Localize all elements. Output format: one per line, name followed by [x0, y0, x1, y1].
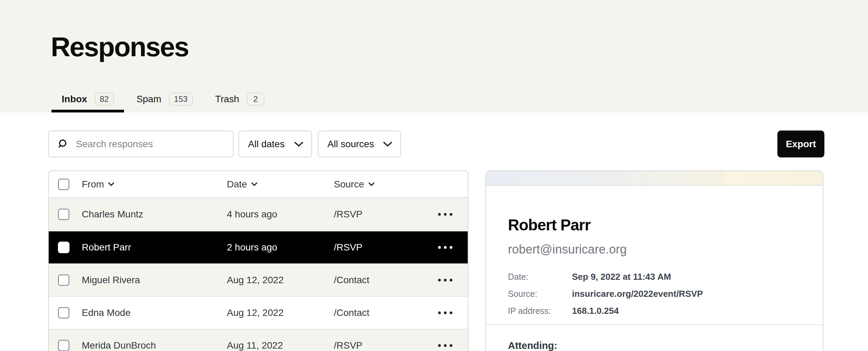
- date-filter-dropdown[interactable]: All dates: [238, 131, 312, 157]
- source-filter-value: All sources: [327, 139, 374, 150]
- response-meta: Date: Sep 9, 2022 at 11:43 AM Source: in…: [508, 272, 801, 315]
- tab-trash-count-badge: 2: [247, 93, 264, 106]
- row-checkbox[interactable]: [58, 340, 69, 351]
- row-source: /Contact: [334, 275, 435, 286]
- export-button[interactable]: Export: [777, 131, 824, 157]
- tab-spam-label: Spam: [136, 94, 161, 105]
- list-header: From Date Source: [49, 171, 468, 198]
- page-header: Responses Inbox 82 Spam 153 Trash 2: [0, 0, 868, 112]
- row-from: Charles Muntz: [82, 209, 227, 220]
- detail-header-gradient: [486, 171, 823, 186]
- detail-divider: [486, 324, 823, 325]
- tab-inbox-label: Inbox: [62, 94, 87, 105]
- row-checkbox[interactable]: [58, 307, 69, 319]
- table-row-edna-mode[interactable]: Edna Mode Aug 12, 2022 /Contact: [49, 296, 468, 329]
- attending-heading: Attending:: [508, 340, 801, 351]
- table-row-robert-parr[interactable]: Robert Parr 2 hours ago /RSVP: [49, 231, 468, 263]
- column-label-date: Date: [227, 179, 247, 190]
- meta-label-date: Date:: [508, 272, 572, 281]
- responses-list-panel: From Date Source Charles Muntz 4 hours a…: [48, 170, 468, 351]
- chevron-down-icon: [368, 182, 375, 186]
- row-from: Miguel Rivera: [82, 275, 227, 286]
- meta-value-source: insuricare.org/2022event/RSVP: [572, 289, 801, 298]
- chevron-down-icon: [294, 141, 304, 148]
- row-actions-menu-icon[interactable]: [438, 311, 452, 314]
- tab-inbox-count-badge: 82: [95, 93, 114, 106]
- meta-value-date: Sep 9, 2022 at 11:43 AM: [572, 272, 801, 281]
- tab-trash[interactable]: Trash 2: [205, 89, 275, 112]
- row-actions-menu-icon[interactable]: [438, 213, 452, 216]
- search-input[interactable]: [76, 139, 225, 150]
- meta-label-ip: IP address:: [508, 306, 572, 315]
- chevron-down-icon: [108, 182, 114, 186]
- row-checkbox[interactable]: [58, 209, 69, 220]
- row-date: Aug 12, 2022: [227, 307, 334, 318]
- date-filter-value: All dates: [248, 139, 284, 150]
- row-date: 2 hours ago: [227, 242, 334, 253]
- respondent-email: robert@insuricare.org: [508, 242, 801, 257]
- tab-spam-count-badge: 153: [169, 93, 193, 106]
- sort-from-header[interactable]: From: [82, 179, 114, 190]
- row-from: Robert Parr: [82, 242, 227, 253]
- filter-toolbar: All dates All sources Export: [0, 131, 868, 157]
- row-actions-menu-icon[interactable]: [438, 279, 452, 281]
- column-label-source: Source: [334, 179, 364, 190]
- row-actions-menu-icon[interactable]: [438, 344, 452, 347]
- meta-value-ip: 168.1.0.254: [572, 306, 801, 315]
- sort-source-header[interactable]: Source: [334, 179, 375, 190]
- table-row-merida-dunbroch[interactable]: Merida DunBroch Aug 11, 2022 /RSVP: [49, 329, 468, 351]
- source-filter-dropdown[interactable]: All sources: [318, 131, 401, 157]
- search-box[interactable]: [48, 131, 234, 157]
- row-checkbox[interactable]: [58, 242, 69, 253]
- select-all-checkbox[interactable]: [58, 179, 69, 190]
- row-date: Aug 11, 2022: [227, 340, 334, 351]
- table-row-miguel-rivera[interactable]: Miguel Rivera Aug 12, 2022 /Contact: [49, 263, 468, 296]
- chevron-down-icon: [383, 141, 393, 148]
- row-actions-menu-icon[interactable]: [438, 246, 452, 249]
- row-from: Edna Mode: [82, 307, 227, 318]
- meta-label-source: Source:: [508, 289, 572, 298]
- responses-list: Charles Muntz 4 hours ago /RSVP Robert P…: [49, 198, 468, 351]
- response-detail-panel: Robert Parr robert@insuricare.org Date: …: [485, 170, 823, 351]
- row-source: /RSVP: [334, 242, 435, 253]
- search-icon: [58, 139, 68, 150]
- tab-trash-label: Trash: [215, 94, 239, 105]
- tab-spam[interactable]: Spam 153: [126, 89, 203, 112]
- respondent-name: Robert Parr: [508, 216, 801, 234]
- row-source: /RSVP: [334, 209, 435, 220]
- page-title: Responses: [51, 31, 188, 63]
- chevron-down-icon: [251, 182, 258, 186]
- tabs: Inbox 82 Spam 153 Trash 2: [51, 89, 275, 112]
- row-date: 4 hours ago: [227, 209, 334, 220]
- row-date: Aug 12, 2022: [227, 275, 334, 286]
- sort-date-header[interactable]: Date: [227, 179, 258, 190]
- column-label-from: From: [82, 179, 104, 190]
- row-source: /Contact: [334, 307, 435, 318]
- row-checkbox[interactable]: [58, 274, 69, 286]
- table-row-charles-muntz[interactable]: Charles Muntz 4 hours ago /RSVP: [49, 198, 468, 231]
- tab-inbox[interactable]: Inbox 82: [51, 89, 124, 112]
- row-from: Merida DunBroch: [82, 340, 227, 351]
- row-source: /RSVP: [334, 340, 435, 351]
- detail-body: Robert Parr robert@insuricare.org Date: …: [486, 216, 823, 351]
